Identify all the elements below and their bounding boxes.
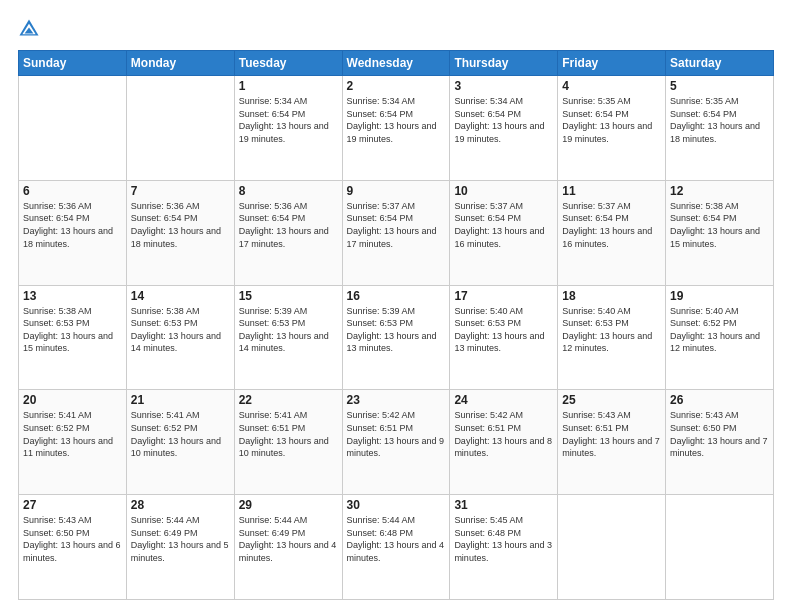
calendar-cell: 11Sunrise: 5:37 AMSunset: 6:54 PMDayligh… (558, 180, 666, 285)
day-number: 2 (347, 79, 446, 93)
day-number: 22 (239, 393, 338, 407)
calendar-cell (19, 76, 127, 181)
calendar-cell: 23Sunrise: 5:42 AMSunset: 6:51 PMDayligh… (342, 390, 450, 495)
cell-text: Sunset: 6:52 PM (131, 422, 230, 435)
cell-text: Daylight: 13 hours and 8 minutes. (454, 435, 553, 460)
cell-text: Sunrise: 5:41 AM (239, 409, 338, 422)
cell-text: Sunset: 6:50 PM (670, 422, 769, 435)
cell-text: Daylight: 13 hours and 15 minutes. (670, 225, 769, 250)
cell-text: Sunset: 6:54 PM (670, 108, 769, 121)
cell-text: Sunset: 6:53 PM (347, 317, 446, 330)
cell-text: Daylight: 13 hours and 15 minutes. (23, 330, 122, 355)
cell-text: Sunrise: 5:36 AM (23, 200, 122, 213)
cell-text: Sunrise: 5:39 AM (347, 305, 446, 318)
cell-text: Sunrise: 5:45 AM (454, 514, 553, 527)
cell-text: Sunrise: 5:41 AM (23, 409, 122, 422)
calendar-week-row: 1Sunrise: 5:34 AMSunset: 6:54 PMDaylight… (19, 76, 774, 181)
calendar-cell: 3Sunrise: 5:34 AMSunset: 6:54 PMDaylight… (450, 76, 558, 181)
calendar-cell: 20Sunrise: 5:41 AMSunset: 6:52 PMDayligh… (19, 390, 127, 495)
day-number: 18 (562, 289, 661, 303)
calendar-week-row: 20Sunrise: 5:41 AMSunset: 6:52 PMDayligh… (19, 390, 774, 495)
cell-text: Sunrise: 5:35 AM (562, 95, 661, 108)
weekday-header: Sunday (19, 51, 127, 76)
weekday-header: Monday (126, 51, 234, 76)
day-number: 26 (670, 393, 769, 407)
calendar-cell (558, 495, 666, 600)
calendar-cell: 15Sunrise: 5:39 AMSunset: 6:53 PMDayligh… (234, 285, 342, 390)
cell-text: Sunset: 6:54 PM (670, 212, 769, 225)
day-number: 12 (670, 184, 769, 198)
day-number: 5 (670, 79, 769, 93)
calendar-cell: 19Sunrise: 5:40 AMSunset: 6:52 PMDayligh… (666, 285, 774, 390)
cell-text: Sunrise: 5:37 AM (347, 200, 446, 213)
cell-text: Sunrise: 5:37 AM (562, 200, 661, 213)
day-number: 8 (239, 184, 338, 198)
cell-text: Sunset: 6:53 PM (239, 317, 338, 330)
cell-text: Daylight: 13 hours and 13 minutes. (454, 330, 553, 355)
cell-text: Sunrise: 5:42 AM (454, 409, 553, 422)
day-number: 13 (23, 289, 122, 303)
cell-text: Sunset: 6:52 PM (670, 317, 769, 330)
cell-text: Daylight: 13 hours and 10 minutes. (239, 435, 338, 460)
cell-text: Daylight: 13 hours and 6 minutes. (23, 539, 122, 564)
day-number: 19 (670, 289, 769, 303)
weekday-header: Thursday (450, 51, 558, 76)
cell-text: Sunset: 6:51 PM (454, 422, 553, 435)
cell-text: Sunset: 6:54 PM (239, 212, 338, 225)
calendar-cell: 18Sunrise: 5:40 AMSunset: 6:53 PMDayligh… (558, 285, 666, 390)
cell-text: Sunrise: 5:38 AM (23, 305, 122, 318)
header (18, 18, 774, 40)
calendar-cell: 17Sunrise: 5:40 AMSunset: 6:53 PMDayligh… (450, 285, 558, 390)
calendar-cell: 7Sunrise: 5:36 AMSunset: 6:54 PMDaylight… (126, 180, 234, 285)
cell-text: Daylight: 13 hours and 14 minutes. (131, 330, 230, 355)
calendar-cell: 25Sunrise: 5:43 AMSunset: 6:51 PMDayligh… (558, 390, 666, 495)
cell-text: Sunset: 6:54 PM (454, 212, 553, 225)
cell-text: Sunset: 6:54 PM (23, 212, 122, 225)
cell-text: Daylight: 13 hours and 7 minutes. (562, 435, 661, 460)
day-number: 31 (454, 498, 553, 512)
calendar-cell: 22Sunrise: 5:41 AMSunset: 6:51 PMDayligh… (234, 390, 342, 495)
cell-text: Sunrise: 5:41 AM (131, 409, 230, 422)
cell-text: Daylight: 13 hours and 19 minutes. (347, 120, 446, 145)
day-number: 7 (131, 184, 230, 198)
cell-text: Sunset: 6:53 PM (562, 317, 661, 330)
calendar-cell: 24Sunrise: 5:42 AMSunset: 6:51 PMDayligh… (450, 390, 558, 495)
logo-icon (18, 18, 40, 40)
calendar-cell (126, 76, 234, 181)
cell-text: Daylight: 13 hours and 11 minutes. (23, 435, 122, 460)
cell-text: Sunset: 6:51 PM (562, 422, 661, 435)
cell-text: Sunrise: 5:40 AM (670, 305, 769, 318)
cell-text: Sunset: 6:54 PM (131, 212, 230, 225)
cell-text: Sunset: 6:53 PM (23, 317, 122, 330)
day-number: 23 (347, 393, 446, 407)
calendar-table: SundayMondayTuesdayWednesdayThursdayFrid… (18, 50, 774, 600)
day-number: 3 (454, 79, 553, 93)
cell-text: Daylight: 13 hours and 12 minutes. (670, 330, 769, 355)
day-number: 16 (347, 289, 446, 303)
cell-text: Sunrise: 5:34 AM (239, 95, 338, 108)
calendar-cell: 9Sunrise: 5:37 AMSunset: 6:54 PMDaylight… (342, 180, 450, 285)
day-number: 9 (347, 184, 446, 198)
cell-text: Daylight: 13 hours and 16 minutes. (454, 225, 553, 250)
calendar-week-row: 27Sunrise: 5:43 AMSunset: 6:50 PMDayligh… (19, 495, 774, 600)
cell-text: Daylight: 13 hours and 4 minutes. (239, 539, 338, 564)
page: SundayMondayTuesdayWednesdayThursdayFrid… (0, 0, 792, 612)
cell-text: Sunrise: 5:44 AM (239, 514, 338, 527)
day-number: 6 (23, 184, 122, 198)
calendar-header-row: SundayMondayTuesdayWednesdayThursdayFrid… (19, 51, 774, 76)
cell-text: Sunrise: 5:34 AM (347, 95, 446, 108)
cell-text: Daylight: 13 hours and 4 minutes. (347, 539, 446, 564)
calendar-cell: 8Sunrise: 5:36 AMSunset: 6:54 PMDaylight… (234, 180, 342, 285)
day-number: 10 (454, 184, 553, 198)
day-number: 4 (562, 79, 661, 93)
cell-text: Sunset: 6:51 PM (347, 422, 446, 435)
weekday-header: Saturday (666, 51, 774, 76)
cell-text: Daylight: 13 hours and 18 minutes. (670, 120, 769, 145)
cell-text: Daylight: 13 hours and 19 minutes. (562, 120, 661, 145)
cell-text: Sunset: 6:48 PM (454, 527, 553, 540)
cell-text: Daylight: 13 hours and 9 minutes. (347, 435, 446, 460)
cell-text: Daylight: 13 hours and 3 minutes. (454, 539, 553, 564)
calendar-cell: 6Sunrise: 5:36 AMSunset: 6:54 PMDaylight… (19, 180, 127, 285)
cell-text: Daylight: 13 hours and 18 minutes. (23, 225, 122, 250)
day-number: 20 (23, 393, 122, 407)
